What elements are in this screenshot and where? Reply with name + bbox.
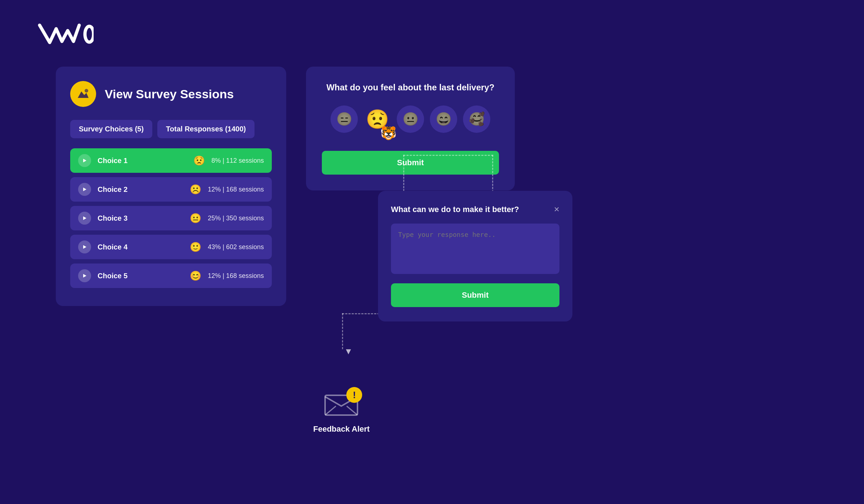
choice-item-2[interactable]: Choice 2 ☹️ 12% | 168 sessions [70, 177, 272, 202]
followup-textarea[interactable] [391, 224, 559, 274]
choice-item-1[interactable]: Choice 1 😟 8% | 112 sessions [70, 148, 272, 173]
choice-name-1: Choice 1 [98, 157, 187, 165]
followup-close-button[interactable]: × [554, 204, 559, 215]
panel-icon [70, 81, 96, 107]
survey-widget: What do you feel about the last delivery… [306, 67, 515, 190]
widget-question: What do you feel about the last delivery… [322, 82, 499, 93]
play-button-2[interactable] [78, 183, 91, 196]
arrow-up-left [342, 313, 343, 349]
play-button-3[interactable] [78, 212, 91, 225]
choice-emoji-1: 😟 [193, 155, 205, 166]
choice-list: Choice 1 😟 8% | 112 sessions Choice 2 ☹️… [70, 148, 272, 288]
choice-emoji-2: ☹️ [190, 184, 201, 195]
followup-header: What can we do to make it better? × [391, 204, 559, 215]
svg-marker-6 [83, 274, 86, 278]
svg-point-1 [85, 89, 88, 93]
play-button-4[interactable] [78, 240, 91, 253]
choice-emoji-5: 😊 [190, 270, 201, 282]
play-button-5[interactable] [78, 269, 91, 282]
emoji-option-5[interactable]: 🥰 [463, 105, 490, 133]
choice-stats-2: 12% | 168 sessions [208, 186, 264, 193]
svg-marker-3 [83, 188, 86, 191]
emoji-option-3[interactable]: 😐 [397, 105, 424, 133]
responses-badge: Total Responses (1400) [157, 120, 255, 138]
survey-panel: View Survey Sessions Survey Choices (5) … [56, 67, 286, 306]
play-button-1[interactable] [78, 154, 91, 167]
choice-item-4[interactable]: Choice 4 🙂 43% | 602 sessions [70, 235, 272, 259]
svg-marker-2 [83, 159, 86, 162]
arrow-down-icon-2: ▼ [344, 346, 353, 356]
followup-question: What can we do to make it better? [391, 205, 548, 214]
alert-exclamation: ! [346, 387, 362, 403]
emoji-option-1[interactable]: 😑 [330, 105, 358, 133]
feedback-alert: ! Feedback Alert [313, 390, 370, 434]
vwo-logo [36, 22, 94, 51]
followup-panel: What can we do to make it better? × Subm… [378, 191, 572, 321]
choices-badge: Survey Choices (5) [70, 120, 152, 138]
choice-item-3[interactable]: Choice 3 😐 25% | 350 sessions [70, 206, 272, 230]
choice-emoji-4: 🙂 [190, 242, 201, 253]
arrow-line-vertical [403, 155, 404, 194]
followup-submit-button[interactable]: Submit [391, 283, 559, 307]
svg-point-0 [85, 26, 94, 42]
choice-name-4: Choice 4 [98, 243, 183, 251]
choice-name-3: Choice 3 [98, 214, 183, 222]
stats-row: Survey Choices (5) Total Responses (1400… [70, 120, 272, 138]
choice-emoji-3: 😐 [190, 213, 201, 224]
choice-stats-4: 43% | 602 sessions [208, 243, 264, 251]
feedback-label: Feedback Alert [313, 424, 370, 434]
panel-header: View Survey Sessions [70, 81, 272, 107]
choice-item-5[interactable]: Choice 5 😊 12% | 168 sessions [70, 264, 272, 288]
choice-stats-5: 12% | 168 sessions [208, 272, 264, 280]
widget-submit-button[interactable]: Submit [322, 151, 499, 175]
emoji-row: 😑 😟 ↖ 🐯 😐 😄 🥰 [322, 105, 499, 133]
alert-icon-wrap: ! [323, 390, 359, 420]
choice-stats-1: 8% | 112 sessions [211, 157, 264, 165]
choice-stats-3: 25% | 350 sessions [208, 215, 264, 222]
choice-name-2: Choice 2 [98, 185, 183, 194]
emoji-option-4[interactable]: 😄 [430, 105, 457, 133]
panel-title: View Survey Sessions [105, 87, 234, 101]
svg-marker-5 [83, 245, 86, 249]
choice-name-5: Choice 5 [98, 272, 183, 280]
emoji-option-2[interactable]: 😟 ↖ 🐯 [364, 105, 391, 133]
svg-marker-4 [83, 216, 86, 220]
arrow-line-horizontal-top [403, 155, 493, 156]
